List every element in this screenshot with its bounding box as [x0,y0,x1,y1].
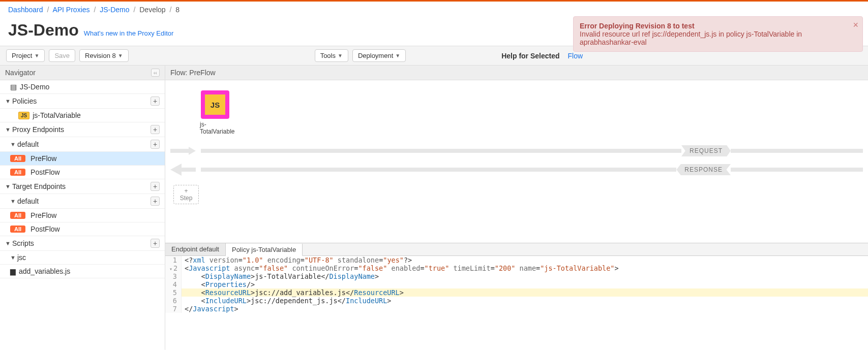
project-button[interactable]: Project▼ [6,49,45,62]
nav-proxy-root[interactable]: ▤ JS-Demo [0,80,165,94]
nav-policy-item[interactable]: JS js-TotalVariable [0,109,165,122]
nav-target-endpoints[interactable]: ▼ Target Endpoints + [0,179,165,194]
add-flow-button[interactable]: + [151,140,160,149]
list-icon: ▤ [10,83,17,91]
editor-tabs: Endpoint default Policy js-TotalVariable [165,243,868,256]
flow-canvas: JS js-TotalVariable REQUEST [165,80,868,243]
alert-title: Error Deploying Revision 8 to test [580,22,848,30]
file-icon: ▆ [10,267,16,275]
help-label: Help for Selected [501,52,559,60]
nav-proxy-default[interactable]: ▼ default + [0,137,165,152]
nav-proxy-endpoints[interactable]: ▼ Proxy Endpoints + [0,122,165,137]
chevron-down-icon: ▼ [5,98,12,104]
chevron-down-icon: ▼ [10,198,17,204]
breadcrumb: Dashboard / API Proxies / JS-Demo / Deve… [0,2,868,18]
add-proxy-endpoint-button[interactable]: + [151,125,160,134]
alert-body: Invalid resource url ref jsc://dependent… [580,30,848,46]
tools-button[interactable]: Tools▼ [315,49,348,62]
tab-policy[interactable]: Policy js-TotalVariable [226,244,303,256]
all-badge: All [10,226,25,233]
all-badge: All [10,169,25,176]
error-alert: × Error Deploying Revision 8 to test Inv… [573,16,863,52]
chevron-down-icon: ▼ [338,53,343,58]
nav-jsc-folder[interactable]: ▼ jsc [0,251,165,265]
chevron-down-icon: ▼ [118,53,123,58]
arrow-right-icon [170,147,196,155]
whats-new-link[interactable]: What's new in the Proxy Editor [84,29,174,37]
arrow-left-icon [170,164,196,176]
crumb-develop: Develop [139,6,165,14]
response-lane-label: RESPONSE [676,164,731,175]
save-button[interactable]: Save [49,49,75,62]
close-icon[interactable]: × [853,20,858,30]
flow-link[interactable]: Flow [568,52,583,60]
chevron-down-icon: ▼ [10,141,17,147]
crumb-rev: 8 [175,6,179,14]
nav-target-preflow[interactable]: All PreFlow [0,209,165,222]
chevron-down-icon: ▼ [5,126,12,133]
page-title: JS-Demo [8,21,79,40]
add-step-button[interactable]: + Step [173,185,199,204]
crumb-api-proxies[interactable]: API Proxies [52,6,89,14]
add-policy-button[interactable]: + [151,96,160,106]
all-badge: All [10,155,25,162]
navigator-title: Navigator [5,69,36,77]
policy-step[interactable]: JS [201,90,229,119]
nav-target-postflow[interactable]: All PostFlow [0,222,165,236]
navigator: Navigator ‹‹ ▤ JS-Demo ▼ Policies + JS j… [0,66,165,350]
nav-proxy-postflow[interactable]: All PostFlow [0,166,165,179]
add-target-flow-button[interactable]: + [151,197,160,206]
collapse-nav-icon[interactable]: ‹‹ [151,69,160,77]
nav-policies[interactable]: ▼ Policies + [0,94,165,109]
code-editor[interactable]: 1<?xml version="1.0" encoding="UTF-8" st… [165,256,868,313]
js-icon: JS [205,94,225,115]
revision-button[interactable]: Revision 8▼ [79,49,129,62]
chevron-down-icon: ▼ [5,240,12,246]
add-script-button[interactable]: + [151,239,160,248]
nav-target-default[interactable]: ▼ default + [0,194,165,209]
crumb-dashboard[interactable]: Dashboard [8,6,43,14]
chevron-down-icon: ▼ [34,53,39,58]
chevron-down-icon: ▼ [395,53,400,58]
add-target-endpoint-button[interactable]: + [151,182,160,191]
nav-scripts[interactable]: ▼ Scripts + [0,236,165,251]
crumb-proxy[interactable]: JS-Demo [100,6,129,14]
all-badge: All [10,212,25,219]
nav-js-file[interactable]: ▆ add_variables.js [0,265,165,278]
tab-endpoint-default[interactable]: Endpoint default [165,243,226,255]
js-icon: JS [18,112,29,119]
nav-proxy-preflow[interactable]: All PreFlow [0,152,165,166]
policy-step-label: js-TotalVariable [200,121,230,135]
request-lane-label: REQUEST [681,145,731,156]
flow-header: Flow: PreFlow [165,66,868,80]
deployment-button[interactable]: Deployment▼ [352,49,406,62]
chevron-down-icon: ▼ [10,254,17,261]
chevron-down-icon: ▼ [5,183,12,189]
